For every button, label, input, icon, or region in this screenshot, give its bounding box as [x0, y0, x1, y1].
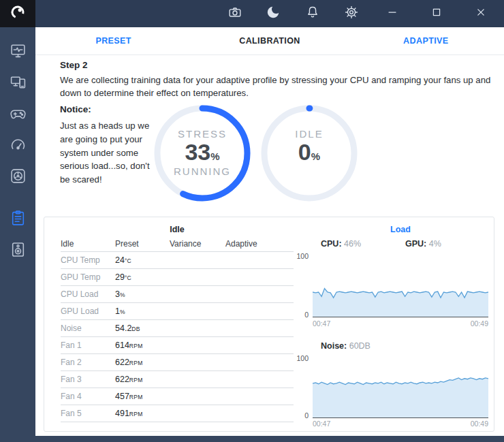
stress-gauge-status: RUNNING	[174, 165, 231, 178]
table-row: Fan 2 622RPM	[61, 354, 294, 371]
tab-adaptive[interactable]: ADAPTIVE	[348, 36, 504, 46]
gpu-legend: GPU: 4%	[405, 239, 441, 249]
table-row: GPU Load 1%	[61, 303, 294, 320]
tab-preset[interactable]: PRESET	[35, 36, 191, 46]
step-title: Step 2	[60, 60, 88, 70]
pc-specs-icon	[10, 74, 27, 93]
load-chart-ymin: 0	[288, 311, 309, 319]
notice-title: Notice:	[60, 104, 91, 114]
sidebar-item-games[interactable]	[0, 99, 35, 130]
notifications-icon	[305, 5, 320, 22]
sidebar-item-audio[interactable]	[0, 235, 35, 266]
noise-chart	[313, 358, 488, 418]
minimize-button[interactable]	[380, 0, 405, 27]
load-panel-title: Load	[313, 225, 488, 234]
table-row: Fan 3 622RPM	[61, 371, 294, 388]
load-chart-xlabels: 00:4700:49	[313, 319, 488, 328]
notice-body: Just as a heads up we are going to put y…	[60, 119, 160, 187]
cpu-legend: CPU: 46%	[321, 239, 361, 249]
idle-gauge: IDLE 0%	[258, 102, 360, 204]
table-row: CPU Temp 24°C	[61, 252, 294, 269]
settings-icon	[344, 5, 359, 22]
table-row: GPU Temp 29°C	[61, 269, 294, 286]
titlebar	[0, 0, 504, 27]
idle-table: Idle Preset Variance Adaptive CPU Temp 2…	[61, 236, 294, 422]
game-controller-icon	[10, 105, 27, 125]
tab-calibration[interactable]: CALIBRATION	[191, 36, 347, 46]
app-logo	[0, 0, 35, 27]
load-chart-ymax: 100	[288, 252, 309, 260]
noise-chart-ymin: 0	[288, 411, 309, 420]
notifications-button[interactable]	[300, 0, 325, 27]
dark-mode-button[interactable]	[261, 0, 285, 27]
cam-logo-icon	[9, 3, 27, 24]
speaker-icon	[10, 241, 27, 261]
fan-icon	[10, 168, 27, 187]
table-row: Fan 4 457RPM	[61, 388, 294, 405]
close-button[interactable]	[469, 0, 493, 27]
settings-button[interactable]	[339, 0, 364, 27]
idle-table-header: Idle Preset Variance Adaptive	[61, 236, 294, 252]
close-icon	[474, 5, 488, 22]
sidebar-item-calibration[interactable]	[0, 204, 35, 235]
idle-table-title: Idle	[61, 225, 294, 234]
stress-gauge-value: 33%	[185, 140, 219, 165]
idle-gauge-value: 0%	[298, 140, 320, 165]
table-row: Noise 54.2DB	[61, 320, 294, 337]
sidebar	[0, 27, 35, 442]
gauge-icon	[10, 136, 27, 156]
table-row: Fan 5 491RPM	[61, 405, 294, 422]
stress-gauge-label: STRESS	[178, 128, 227, 140]
table-row: Fan 1 614RPM	[61, 337, 294, 354]
results-card: Idle Idle Preset Variance Adaptive CPU T…	[44, 217, 494, 432]
sidebar-item-system-monitor[interactable]	[0, 36, 35, 67]
app-window: PRESET CALIBRATION ADAPTIVE Step 2 We ar…	[0, 0, 504, 442]
load-chart	[313, 255, 488, 317]
table-row: CPU Load 3%	[61, 286, 294, 303]
step-description: We are collecting training data for your…	[60, 74, 493, 99]
sidebar-item-cooling[interactable]	[0, 161, 35, 193]
clipboard-checklist-icon	[10, 210, 27, 230]
idle-gauge-label: IDLE	[295, 128, 323, 140]
noise-chart-ymax: 100	[288, 354, 309, 362]
system-monitor-icon	[10, 42, 27, 62]
minimize-icon	[385, 5, 399, 22]
tab-bar: PRESET CALIBRATION ADAPTIVE	[35, 27, 504, 55]
dark-mode-icon	[266, 5, 281, 22]
maximize-icon	[430, 5, 443, 22]
sidebar-item-performance[interactable]	[0, 130, 35, 161]
noise-chart-xlabels: 00:4700:49	[313, 420, 488, 428]
bottom-strip	[35, 436, 504, 442]
noise-legend: Noise: 60DB	[321, 341, 371, 351]
screenshot-button[interactable]	[223, 0, 247, 27]
maximize-button[interactable]	[424, 0, 449, 27]
screenshot-icon	[227, 5, 242, 22]
sidebar-item-pc-specs[interactable]	[0, 67, 35, 99]
stress-gauge: STRESS 33% RUNNING	[151, 102, 253, 204]
